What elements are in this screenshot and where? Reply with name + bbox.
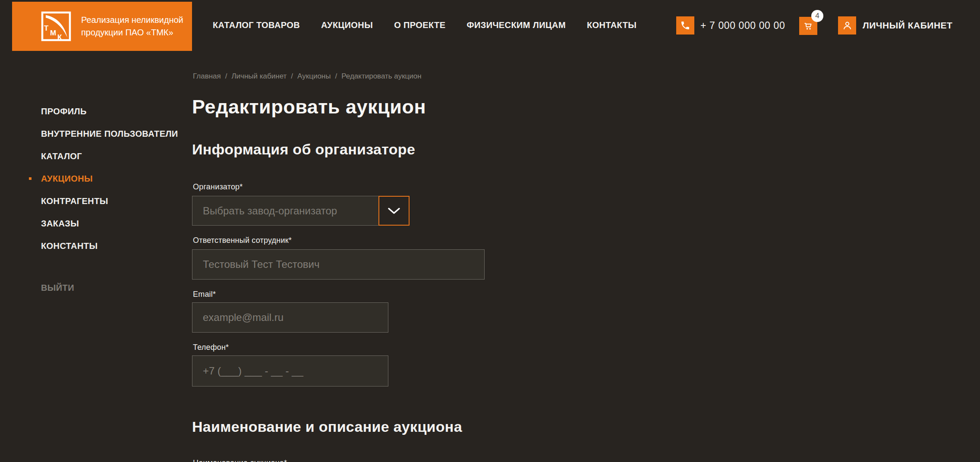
svg-text:Т: Т [44, 24, 49, 32]
breadcrumb-home[interactable]: Главная [193, 72, 221, 81]
chevron-down-icon [388, 207, 400, 214]
auction-name-label: Наименование аукциона* [193, 459, 287, 462]
phone-input[interactable] [192, 355, 388, 387]
organizer-label: Организатор* [193, 182, 243, 192]
sidebar-item-auctions[interactable]: АУКЦИОНЫ [41, 167, 178, 190]
header-phone: + 7 000 000 00 00 [676, 16, 785, 35]
nav-item-about[interactable]: О ПРОЕКТЕ [394, 20, 445, 30]
breadcrumb-auctions[interactable]: Аукционы [297, 72, 331, 81]
phone-label: Телефон* [193, 343, 229, 352]
breadcrumb: Главная / Личный кабинет / Аукционы / Ре… [193, 72, 422, 81]
cart-button[interactable]: 4 [799, 17, 817, 35]
email-label: Email* [193, 290, 216, 299]
logo-tagline-line1: Реализация неликвидной [81, 14, 183, 26]
logo-tagline-line2: продукции ПАО «ТМК» [81, 26, 183, 39]
breadcrumb-separator: / [225, 72, 227, 81]
sidebar-item-internal-users[interactable]: ВНУТРЕННИЕ ПОЛЬЗОВАТЕЛИ [41, 123, 178, 145]
breadcrumb-separator: / [335, 72, 337, 81]
sidebar-item-counterparties[interactable]: КОНТРАГЕНТЫ [41, 190, 178, 212]
organizer-select-dropdown-button[interactable] [378, 196, 410, 226]
sidebar-item-label: АУКЦИОНЫ [41, 174, 93, 184]
sidebar-item-constants[interactable]: КОНСТАНТЫ [41, 235, 178, 257]
email-input[interactable] [192, 302, 388, 333]
phone-number-link[interactable]: + 7 000 000 00 00 [700, 20, 785, 31]
breadcrumb-account[interactable]: Личный кабинет [231, 72, 287, 81]
organizer-select[interactable]: Выбрать завод-организатор [192, 196, 379, 226]
phone-icon [676, 16, 694, 35]
breadcrumb-separator: / [291, 72, 293, 81]
breadcrumb-current: Редактировать аукцион [341, 72, 421, 81]
nav-item-contacts[interactable]: КОНТАКТЫ [587, 20, 637, 30]
nav-item-individuals[interactable]: ФИЗИЧЕСКИМ ЛИЦАМ [466, 20, 566, 30]
name-section-heading: Наименование и описание аукциона [192, 418, 462, 435]
page: Т М К Реализация неликвидной продукции П… [0, 0, 980, 462]
account-label: ЛИЧНЫЙ КАБИНЕТ [863, 20, 952, 31]
organizer-section-heading: Информация об организаторе [192, 141, 415, 158]
sidebar: ПРОФИЛЬ ВНУТРЕННИЕ ПОЛЬЗОВАТЕЛИ КАТАЛОГ … [41, 100, 178, 299]
user-icon [838, 16, 856, 35]
main-nav: КАТАЛОГ ТОВАРОВ АУКЦИОНЫ О ПРОЕКТЕ ФИЗИЧ… [213, 0, 637, 50]
responsible-employee-input[interactable] [192, 249, 485, 280]
tmk-logo-icon: Т М К [41, 11, 71, 41]
logo-tagline: Реализация неликвидной продукции ПАО «ТМ… [81, 14, 183, 39]
logout-button[interactable]: ВЫЙТИ [41, 277, 178, 299]
nav-item-catalog[interactable]: КАТАЛОГ ТОВАРОВ [213, 20, 300, 30]
account-button[interactable]: ЛИЧНЫЙ КАБИНЕТ [838, 16, 952, 35]
page-title: Редактировать аукцион [192, 96, 426, 118]
sidebar-item-profile[interactable]: ПРОФИЛЬ [41, 100, 178, 123]
sidebar-item-orders[interactable]: ЗАКАЗЫ [41, 212, 178, 235]
active-item-bullet-icon [29, 177, 32, 180]
sidebar-item-catalog[interactable]: КАТАЛОГ [41, 145, 178, 167]
svg-text:М: М [50, 29, 56, 37]
organizer-select-row: Выбрать завод-организатор [192, 196, 410, 226]
logo[interactable]: Т М К Реализация неликвидной продукции П… [12, 2, 192, 51]
nav-item-auctions[interactable]: АУКЦИОНЫ [321, 20, 373, 30]
svg-text:К: К [57, 33, 62, 41]
responsible-employee-label: Ответственный сотрудник* [193, 236, 292, 245]
cart-badge: 4 [811, 10, 823, 22]
